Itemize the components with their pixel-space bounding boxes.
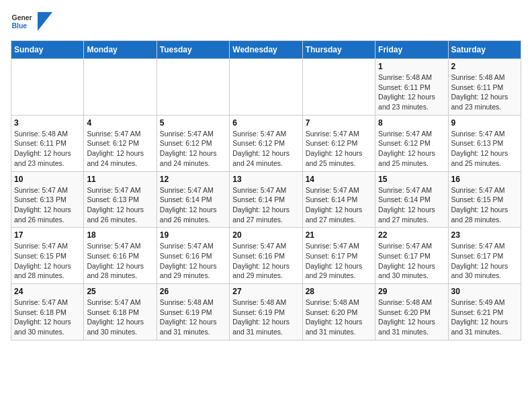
day-info: Sunrise: 5:47 AMSunset: 6:14 PMDaylight:… [160,185,226,225]
calendar-cell: 3Sunrise: 5:48 AMSunset: 6:11 PMDaylight… [11,115,84,171]
calendar-cell: 4Sunrise: 5:47 AMSunset: 6:12 PMDaylight… [84,115,157,171]
day-number: 12 [160,175,226,184]
calendar-cell [84,59,157,116]
calendar-week-row: 24Sunrise: 5:47 AMSunset: 6:18 PMDayligh… [11,284,521,340]
calendar-cell: 2Sunrise: 5:48 AMSunset: 6:11 PMDaylight… [448,59,521,116]
calendar-cell [302,59,375,116]
day-info: Sunrise: 5:48 AMSunset: 6:19 PMDaylight:… [232,298,299,337]
svg-text:General: General [12,14,32,21]
calendar-cell: 23Sunrise: 5:47 AMSunset: 6:17 PMDayligh… [448,228,521,284]
day-number: 9 [451,118,518,128]
day-info: Sunrise: 5:47 AMSunset: 6:15 PMDaylight:… [451,185,518,225]
day-info: Sunrise: 5:49 AMSunset: 6:21 PMDaylight:… [451,298,518,337]
day-number: 14 [306,175,372,184]
day-number: 30 [451,287,518,296]
day-number: 16 [451,175,518,184]
day-info: Sunrise: 5:47 AMSunset: 6:18 PMDaylight:… [14,298,81,337]
day-info: Sunrise: 5:48 AMSunset: 6:20 PMDaylight:… [306,298,372,337]
day-info: Sunrise: 5:47 AMSunset: 6:16 PMDaylight:… [87,241,153,281]
day-number: 5 [160,118,226,128]
day-info: Sunrise: 5:47 AMSunset: 6:16 PMDaylight:… [232,241,299,281]
day-number: 27 [232,287,299,296]
calendar-cell: 15Sunrise: 5:47 AMSunset: 6:14 PMDayligh… [375,171,448,228]
day-number: 19 [160,230,226,240]
day-info: Sunrise: 5:47 AMSunset: 6:16 PMDaylight:… [160,241,226,281]
calendar-week-row: 1Sunrise: 5:48 AMSunset: 6:11 PMDaylight… [11,59,521,116]
day-info: Sunrise: 5:48 AMSunset: 6:20 PMDaylight:… [378,298,445,337]
day-info: Sunrise: 5:47 AMSunset: 6:17 PMDaylight:… [306,241,372,281]
day-of-week-header: Thursday [302,41,375,59]
calendar-cell: 6Sunrise: 5:47 AMSunset: 6:12 PMDaylight… [230,115,302,171]
day-number: 2 [451,62,518,71]
calendar-week-row: 3Sunrise: 5:48 AMSunset: 6:11 PMDaylight… [11,115,521,171]
day-info: Sunrise: 5:47 AMSunset: 6:17 PMDaylight:… [378,241,445,281]
calendar-table: SundayMondayTuesdayWednesdayThursdayFrid… [11,40,521,340]
day-number: 26 [160,287,226,296]
calendar-week-row: 10Sunrise: 5:47 AMSunset: 6:13 PMDayligh… [11,171,521,228]
day-info: Sunrise: 5:47 AMSunset: 6:12 PMDaylight:… [160,129,226,169]
calendar-cell: 26Sunrise: 5:48 AMSunset: 6:19 PMDayligh… [157,284,229,340]
day-of-week-header: Tuesday [157,41,229,59]
calendar-header-row: SundayMondayTuesdayWednesdayThursdayFrid… [11,41,521,59]
logo: General Blue [11,11,52,32]
day-number: 6 [232,118,299,128]
calendar-cell: 18Sunrise: 5:47 AMSunset: 6:16 PMDayligh… [84,228,157,284]
day-info: Sunrise: 5:48 AMSunset: 6:11 PMDaylight:… [451,73,518,112]
day-number: 17 [14,230,81,240]
day-number: 4 [87,118,153,128]
day-info: Sunrise: 5:47 AMSunset: 6:13 PMDaylight:… [14,185,81,225]
svg-marker-3 [38,12,52,31]
day-number: 20 [232,230,299,240]
day-info: Sunrise: 5:47 AMSunset: 6:15 PMDaylight:… [14,241,81,281]
day-number: 15 [378,175,445,184]
calendar-cell: 5Sunrise: 5:47 AMSunset: 6:12 PMDaylight… [157,115,229,171]
calendar-cell: 16Sunrise: 5:47 AMSunset: 6:15 PMDayligh… [448,171,521,228]
day-info: Sunrise: 5:47 AMSunset: 6:17 PMDaylight:… [451,241,518,281]
calendar-cell [230,59,302,116]
day-of-week-header: Friday [375,41,448,59]
calendar-cell: 20Sunrise: 5:47 AMSunset: 6:16 PMDayligh… [230,228,302,284]
calendar-cell: 11Sunrise: 5:47 AMSunset: 6:13 PMDayligh… [84,171,157,228]
day-info: Sunrise: 5:47 AMSunset: 6:18 PMDaylight:… [87,298,153,337]
page-header: General Blue [11,11,521,32]
calendar-cell: 8Sunrise: 5:47 AMSunset: 6:12 PMDaylight… [375,115,448,171]
day-of-week-header: Wednesday [230,41,302,59]
day-info: Sunrise: 5:47 AMSunset: 6:14 PMDaylight:… [306,185,372,225]
calendar-cell [11,59,84,116]
day-number: 23 [451,230,518,240]
calendar-cell: 13Sunrise: 5:47 AMSunset: 6:14 PMDayligh… [230,171,302,228]
day-info: Sunrise: 5:47 AMSunset: 6:12 PMDaylight:… [378,129,445,169]
svg-text:Blue: Blue [12,22,28,30]
calendar-cell: 24Sunrise: 5:47 AMSunset: 6:18 PMDayligh… [11,284,84,340]
calendar-cell: 12Sunrise: 5:47 AMSunset: 6:14 PMDayligh… [157,171,229,228]
day-number: 1 [378,62,445,71]
calendar-cell [157,59,229,116]
calendar-week-row: 17Sunrise: 5:47 AMSunset: 6:15 PMDayligh… [11,228,521,284]
calendar-cell: 30Sunrise: 5:49 AMSunset: 6:21 PMDayligh… [448,284,521,340]
calendar-cell: 21Sunrise: 5:47 AMSunset: 6:17 PMDayligh… [302,228,375,284]
day-number: 29 [378,287,445,296]
day-info: Sunrise: 5:47 AMSunset: 6:13 PMDaylight:… [451,129,518,169]
logo-triangle-icon [38,12,52,31]
calendar-cell: 14Sunrise: 5:47 AMSunset: 6:14 PMDayligh… [302,171,375,228]
day-number: 13 [232,175,299,184]
day-number: 18 [87,230,153,240]
day-info: Sunrise: 5:47 AMSunset: 6:12 PMDaylight:… [87,129,153,169]
day-number: 3 [14,118,81,128]
day-info: Sunrise: 5:48 AMSunset: 6:19 PMDaylight:… [160,298,226,337]
day-number: 22 [378,230,445,240]
calendar-cell: 10Sunrise: 5:47 AMSunset: 6:13 PMDayligh… [11,171,84,228]
day-of-week-header: Sunday [11,41,84,59]
calendar-cell: 27Sunrise: 5:48 AMSunset: 6:19 PMDayligh… [230,284,302,340]
calendar-cell: 19Sunrise: 5:47 AMSunset: 6:16 PMDayligh… [157,228,229,284]
day-number: 11 [87,175,153,184]
calendar-cell: 25Sunrise: 5:47 AMSunset: 6:18 PMDayligh… [84,284,157,340]
day-info: Sunrise: 5:47 AMSunset: 6:14 PMDaylight:… [232,185,299,225]
calendar-cell: 9Sunrise: 5:47 AMSunset: 6:13 PMDaylight… [448,115,521,171]
day-number: 7 [306,118,372,128]
calendar-cell: 28Sunrise: 5:48 AMSunset: 6:20 PMDayligh… [302,284,375,340]
day-number: 28 [306,287,372,296]
day-number: 21 [306,230,372,240]
calendar-cell: 22Sunrise: 5:47 AMSunset: 6:17 PMDayligh… [375,228,448,284]
day-number: 24 [14,287,81,296]
